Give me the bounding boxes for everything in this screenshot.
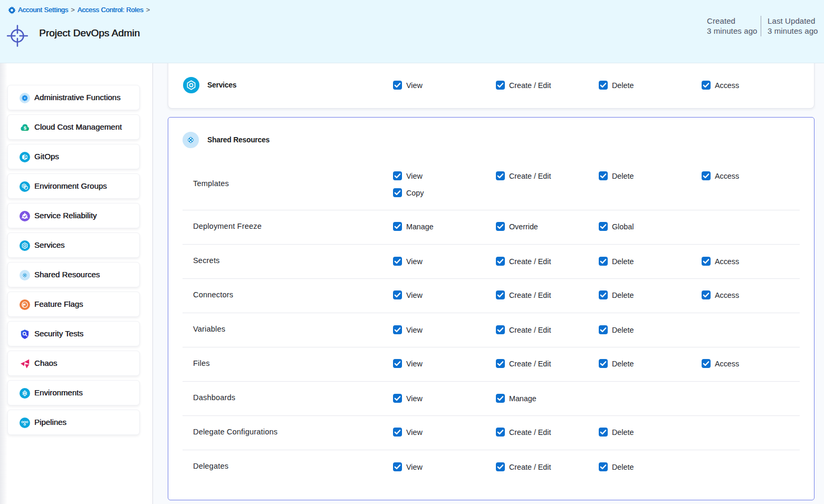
- svg-text:$: $: [24, 125, 27, 131]
